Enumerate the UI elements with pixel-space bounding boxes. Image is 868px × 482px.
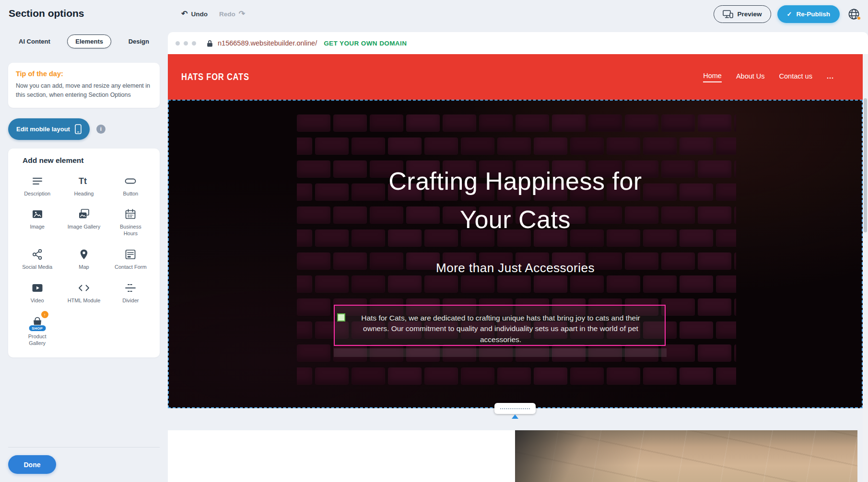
map-icon	[77, 248, 91, 261]
resize-dotted-line-icon	[500, 408, 530, 409]
notification-dot	[857, 16, 861, 20]
brick	[297, 298, 330, 316]
brick	[497, 138, 531, 155]
brick	[315, 275, 349, 293]
brick	[661, 115, 695, 132]
brick	[424, 275, 458, 293]
shop-badge: SHOP	[28, 325, 46, 332]
redo-icon: ↷	[239, 10, 245, 18]
element-divider[interactable]: Divider	[107, 279, 154, 306]
brick	[661, 298, 695, 316]
done-button[interactable]: Done	[8, 455, 56, 474]
brick	[406, 115, 440, 132]
business-hours-icon	[124, 207, 137, 221]
brick	[588, 115, 622, 132]
brick	[698, 344, 731, 362]
image-gallery-icon	[77, 207, 91, 221]
element-product-gallery[interactable]: ↑ SHOP Product Gallery	[14, 312, 60, 349]
brick	[643, 275, 677, 293]
nav-home[interactable]: Home	[703, 72, 722, 82]
tab-elements[interactable]: Elements	[67, 34, 111, 48]
tab-ai-content[interactable]: AI Content	[11, 35, 58, 48]
element-map[interactable]: Map	[60, 246, 107, 273]
brick	[698, 115, 731, 132]
brick	[297, 138, 312, 155]
brick	[570, 138, 604, 155]
brick	[297, 115, 330, 132]
brick	[443, 115, 476, 132]
brick	[680, 321, 713, 339]
element-heading[interactable]: Tt Heading	[60, 172, 107, 199]
brick	[461, 275, 494, 293]
get-domain-link[interactable]: GET YOUR OWN DOMAIN	[324, 40, 407, 47]
brick	[552, 115, 586, 132]
element-social-media[interactable]: Social Media	[14, 246, 60, 273]
nav-about-us[interactable]: About Us	[736, 72, 765, 82]
tab-design[interactable]: Design	[121, 35, 157, 48]
brick	[534, 367, 567, 385]
brick	[570, 367, 604, 385]
preview-button[interactable]: Preview	[714, 5, 771, 23]
brick	[461, 138, 494, 155]
devices-icon	[723, 10, 733, 18]
element-business-hours[interactable]: Business Hours	[107, 206, 154, 239]
language-globe-button[interactable]	[846, 6, 861, 22]
nav-contact-us[interactable]: Contact us	[779, 72, 812, 82]
republish-button[interactable]: ✓ Re-Publish	[777, 5, 840, 23]
site-url[interactable]: n1566589.websitebuilder.online/	[218, 39, 317, 47]
element-description[interactable]: Description	[14, 172, 60, 199]
scrollbar-thumb[interactable]	[864, 98, 867, 232]
selected-text-element[interactable]: Hats for Cats, we are dedicated to craft…	[334, 305, 666, 346]
redo-button[interactable]: Redo ↷	[219, 10, 245, 18]
edit-mobile-layout-button[interactable]: Edit mobile layout	[8, 118, 90, 140]
element-label: Product Gallery	[21, 333, 54, 347]
element-video[interactable]: Video	[14, 279, 60, 306]
brick	[297, 275, 312, 293]
video-icon	[31, 281, 44, 295]
element-button[interactable]: Button	[107, 172, 154, 199]
lock-icon	[207, 40, 213, 47]
resize-up-arrow-icon[interactable]	[512, 414, 518, 419]
add-element-panel: Add new element Description Tt Heading	[8, 149, 160, 357]
brick	[680, 275, 713, 293]
element-contact-form[interactable]: Contact Form	[107, 246, 154, 273]
section-resize-handle[interactable]	[494, 403, 536, 414]
hero-subtitle[interactable]: More than Just Accessories	[169, 261, 862, 275]
brick	[497, 275, 531, 293]
redo-label: Redo	[219, 11, 235, 18]
html-module-icon	[77, 281, 91, 295]
image-icon	[31, 207, 44, 221]
drag-handle[interactable]	[337, 313, 345, 321]
element-image-gallery[interactable]: Image Gallery	[60, 206, 107, 239]
svg-text:Tt: Tt	[79, 176, 87, 186]
brick	[734, 344, 736, 362]
scrollbar[interactable]	[863, 54, 868, 482]
tip-card: Tip of the day: Now you can add, move an…	[8, 63, 160, 108]
element-label: Description	[24, 191, 50, 197]
element-grid: Description Tt Heading Button	[14, 172, 154, 349]
product-gallery-icon: ↑ SHOP	[29, 314, 46, 331]
brick	[352, 275, 385, 293]
edit-mobile-row: Edit mobile layout i	[8, 118, 160, 140]
element-html-module[interactable]: HTML Module	[60, 279, 107, 306]
brick	[424, 367, 458, 385]
brick	[352, 367, 385, 385]
brick	[497, 367, 531, 385]
hero-section[interactable]: Crafting Happiness for Your Cats More th…	[168, 100, 863, 408]
nav-more-button[interactable]: ...	[827, 72, 834, 82]
hero-title[interactable]: Crafting Happiness for Your Cats	[169, 162, 862, 239]
info-icon[interactable]: i	[96, 125, 106, 134]
brick	[607, 367, 640, 385]
edit-mobile-label: Edit mobile layout	[16, 126, 70, 133]
undo-button[interactable]: ↶ Undo	[181, 10, 208, 18]
check-icon: ✓	[787, 11, 792, 18]
element-image[interactable]: Image	[14, 206, 60, 239]
element-label: Image	[30, 224, 45, 230]
brick	[607, 275, 640, 293]
topbar-actions: Preview ✓ Re-Publish	[714, 0, 861, 28]
brick	[297, 344, 330, 362]
site-logo[interactable]: HATS FOR CATS	[181, 71, 249, 83]
page-title: Section options	[9, 8, 84, 19]
history-controls: ↶ Undo Redo ↷	[181, 0, 245, 28]
sidebar: AI Content Elements Design Tip of the da…	[0, 28, 168, 482]
